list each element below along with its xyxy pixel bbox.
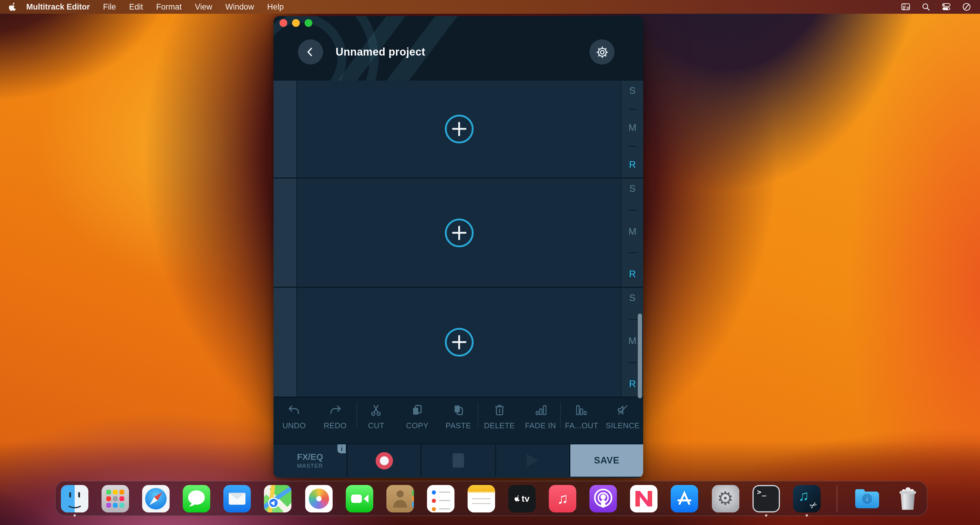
- active-app-name[interactable]: Multitrack Editor: [26, 2, 90, 11]
- fade-in-icon: [534, 403, 547, 417]
- track-lane: [297, 288, 621, 396]
- fade-in-button[interactable]: FADE IN: [520, 398, 561, 443]
- safari-icon: [142, 485, 170, 512]
- dock-item-facetime[interactable]: [345, 485, 373, 512]
- settings-button[interactable]: [589, 40, 614, 65]
- toolbar-label: PASTE: [445, 421, 471, 430]
- dock-item-safari[interactable]: [142, 485, 170, 512]
- menu-edit[interactable]: Edit: [129, 2, 143, 11]
- track-controls: S M R: [621, 81, 643, 177]
- terminal-prompt: >_: [757, 488, 767, 496]
- dock-item-downloads[interactable]: [853, 485, 881, 512]
- redo-icon: [328, 403, 342, 417]
- menu-help[interactable]: Help: [267, 2, 284, 11]
- record-icon: [375, 452, 393, 469]
- fade-out-button[interactable]: FA...OUT: [561, 398, 602, 443]
- add-audio-button[interactable]: [445, 328, 473, 356]
- trash-icon: [894, 485, 921, 512]
- back-button[interactable]: [298, 40, 323, 65]
- stop-button[interactable]: [422, 444, 495, 477]
- dock-item-news[interactable]: [630, 485, 658, 512]
- stop-icon: [453, 453, 464, 468]
- dock-item-trash[interactable]: [894, 485, 921, 512]
- close-button[interactable]: [280, 19, 287, 27]
- fx-eq-master-button[interactable]: FX/EQ MASTER i: [274, 444, 346, 477]
- info-badge[interactable]: i: [337, 444, 346, 453]
- add-audio-button[interactable]: [445, 218, 473, 247]
- track-lane: [297, 178, 621, 287]
- menu-view[interactable]: View: [195, 2, 212, 11]
- control-center-icon[interactable]: [941, 2, 951, 12]
- solo-button[interactable]: S: [629, 293, 635, 304]
- dock-item-notes[interactable]: [468, 485, 495, 512]
- dock-item-terminal[interactable]: >_: [752, 485, 780, 512]
- dock-item-multitrack-editor[interactable]: [793, 485, 820, 512]
- toolbar-label: SILENCE: [606, 421, 640, 430]
- vertical-scrollbar[interactable]: [638, 313, 642, 398]
- divider: [628, 362, 636, 363]
- menu-window[interactable]: Window: [226, 2, 254, 11]
- solo-button[interactable]: S: [629, 86, 635, 96]
- save-button[interactable]: SAVE: [570, 444, 643, 477]
- dock-item-settings[interactable]: [711, 485, 739, 512]
- menu-file[interactable]: File: [103, 2, 116, 11]
- tv-label: tv: [522, 493, 530, 503]
- apple-menu-icon[interactable]: [8, 2, 18, 12]
- system-settings-icon: [711, 485, 739, 512]
- dock-item-podcasts[interactable]: [589, 485, 617, 512]
- search-icon[interactable]: [921, 2, 931, 12]
- dock-item-appletv[interactable]: tv: [508, 485, 536, 512]
- track-handle-strip[interactable]: [274, 288, 297, 396]
- dock-item-launchpad[interactable]: [102, 485, 129, 512]
- record-arm-button[interactable]: R: [629, 379, 636, 390]
- redo-button[interactable]: REDO: [315, 398, 356, 443]
- track-handle-strip[interactable]: [274, 81, 297, 177]
- menu-format[interactable]: Format: [156, 2, 182, 11]
- dock-item-mail[interactable]: [224, 485, 251, 512]
- dock-item-finder[interactable]: [61, 485, 88, 512]
- window-header: Unnamed project: [274, 16, 643, 81]
- app-window-command-icon[interactable]: ⌘: [900, 2, 911, 12]
- copy-button[interactable]: COPY: [397, 398, 438, 443]
- dock-item-appstore[interactable]: [671, 485, 698, 512]
- record-button[interactable]: [348, 444, 420, 477]
- toolbar-separator: [560, 402, 561, 428]
- mute-button[interactable]: M: [628, 226, 636, 237]
- dock-item-maps[interactable]: [264, 485, 292, 512]
- add-audio-button[interactable]: [445, 115, 473, 143]
- record-arm-button[interactable]: R: [629, 159, 636, 170]
- mute-button[interactable]: M: [628, 336, 636, 347]
- zoom-button[interactable]: [305, 19, 312, 27]
- silence-button[interactable]: SILENCE: [602, 398, 643, 443]
- traffic-lights: [280, 19, 312, 27]
- trash-icon: [493, 403, 506, 417]
- paste-button[interactable]: PASTE: [438, 398, 479, 443]
- maps-icon: [264, 485, 292, 512]
- dock-item-music[interactable]: [549, 485, 576, 512]
- minimize-button[interactable]: [292, 19, 300, 27]
- podcasts-icon: [589, 485, 617, 512]
- divider: [628, 109, 636, 110]
- cut-button[interactable]: CUT: [356, 398, 397, 443]
- solo-button[interactable]: S: [629, 183, 635, 194]
- apple-tv-icon: tv: [508, 485, 536, 512]
- undo-button[interactable]: UNDO: [274, 398, 315, 443]
- clock-icon[interactable]: [961, 2, 972, 12]
- photos-icon: [305, 485, 332, 512]
- finder-icon: [61, 485, 88, 512]
- dock-item-photos[interactable]: [305, 485, 332, 512]
- dock-item-contacts[interactable]: [387, 485, 414, 512]
- track-list: S M R S M R: [274, 81, 643, 396]
- play-icon: [527, 454, 538, 467]
- play-button[interactable]: [496, 444, 569, 477]
- downloads-folder-icon: [853, 485, 881, 512]
- record-arm-button[interactable]: R: [629, 269, 636, 280]
- track-handle-strip[interactable]: [274, 178, 297, 287]
- mute-button[interactable]: M: [628, 123, 636, 133]
- delete-button[interactable]: DELETE: [479, 398, 520, 443]
- dock-item-reminders[interactable]: [427, 485, 455, 512]
- divider: [628, 210, 636, 211]
- notes-icon: [468, 485, 495, 512]
- transport-bar: FX/EQ MASTER i SAVE: [274, 443, 643, 477]
- dock-item-messages[interactable]: [183, 485, 210, 512]
